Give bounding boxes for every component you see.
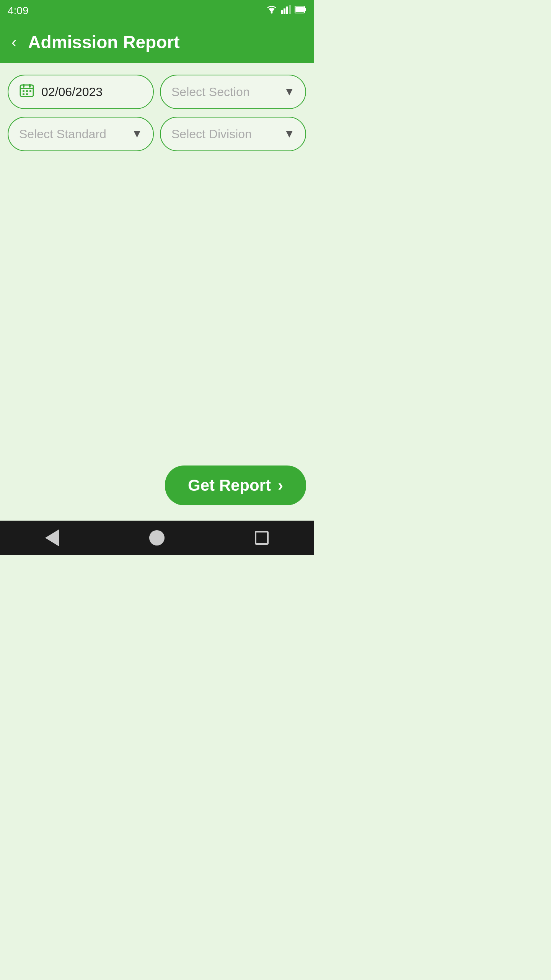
main-content: 02/06/2023 Select Section ▼ Select Stand… xyxy=(0,63,314,458)
svg-rect-8 xyxy=(295,7,304,12)
nav-back-icon xyxy=(45,529,59,546)
nav-home-icon xyxy=(149,530,165,546)
division-label: Select Division xyxy=(171,127,252,141)
back-button[interactable]: ‹ xyxy=(8,34,20,50)
nav-recents-button[interactable] xyxy=(255,531,269,545)
svg-rect-17 xyxy=(29,90,31,92)
status-icons xyxy=(266,5,306,16)
signal-icon xyxy=(281,5,291,16)
get-report-button[interactable]: Get Report › xyxy=(165,466,306,505)
battery-icon xyxy=(295,5,306,16)
svg-rect-15 xyxy=(23,93,24,95)
nav-back-button[interactable] xyxy=(45,529,59,546)
section-arrow: ▼ xyxy=(284,86,295,98)
date-value: 02/06/2023 xyxy=(41,85,103,99)
page-title: Admission Report xyxy=(28,32,179,52)
svg-rect-12 xyxy=(29,84,31,88)
section-dropdown[interactable]: Select Section ▼ xyxy=(160,75,306,109)
svg-rect-13 xyxy=(23,90,24,92)
svg-rect-10 xyxy=(20,88,33,89)
date-field[interactable]: 02/06/2023 xyxy=(8,75,154,109)
wifi-icon xyxy=(266,5,277,16)
svg-rect-16 xyxy=(26,93,28,95)
section-label: Select Section xyxy=(171,85,250,99)
standard-label: Select Standard xyxy=(19,127,106,141)
division-arrow: ▼ xyxy=(284,128,295,140)
svg-rect-5 xyxy=(289,5,291,14)
svg-rect-3 xyxy=(284,8,285,14)
svg-point-1 xyxy=(271,11,273,13)
division-dropdown[interactable]: Select Division ▼ xyxy=(160,117,306,151)
nav-recents-icon xyxy=(255,531,269,545)
status-time: 4:09 xyxy=(8,5,29,17)
svg-rect-2 xyxy=(281,10,283,14)
app-bar: ‹ Admission Report xyxy=(0,21,314,63)
calendar-icon xyxy=(19,83,34,101)
svg-rect-4 xyxy=(286,7,288,14)
nav-bar xyxy=(0,521,314,555)
standard-arrow: ▼ xyxy=(132,128,142,140)
status-bar: 4:09 xyxy=(0,0,314,21)
svg-rect-7 xyxy=(305,8,306,11)
row-2: Select Standard ▼ Select Division ▼ xyxy=(8,117,306,151)
standard-dropdown[interactable]: Select Standard ▼ xyxy=(8,117,154,151)
bottom-area: Get Report › xyxy=(0,458,314,521)
svg-rect-11 xyxy=(23,84,24,88)
get-report-label: Get Report xyxy=(188,476,271,495)
nav-home-button[interactable] xyxy=(149,530,165,546)
get-report-chevron: › xyxy=(278,476,283,495)
row-1: 02/06/2023 Select Section ▼ xyxy=(8,75,306,109)
svg-rect-14 xyxy=(26,90,28,92)
